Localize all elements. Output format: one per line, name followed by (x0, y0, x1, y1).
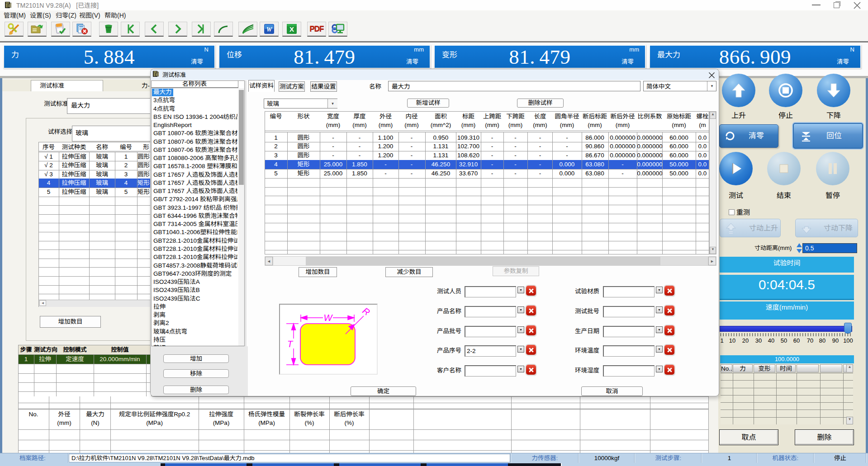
svg-text:W: W (266, 26, 273, 33)
svg-text:W: W (324, 313, 333, 323)
svg-text:T: T (287, 339, 294, 349)
svg-text:X: X (289, 25, 294, 33)
